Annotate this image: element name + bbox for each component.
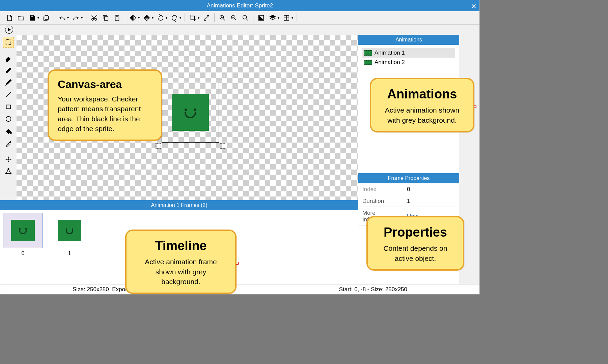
new-file-icon[interactable] [4, 13, 15, 23]
zoom-out-icon[interactable] [229, 13, 239, 23]
svg-point-16 [8, 169, 9, 170]
svg-point-8 [243, 15, 247, 19]
callout-body: Your workspace. Checker pattern means tr… [58, 94, 152, 134]
brush-tool[interactable] [3, 77, 14, 88]
svg-rect-11 [6, 40, 11, 45]
mask-icon[interactable] [256, 13, 266, 23]
svg-point-17 [6, 173, 7, 174]
svg-point-15 [8, 159, 9, 160]
pencil-tool[interactable] [3, 65, 14, 76]
svg-point-13 [6, 117, 11, 122]
film-strip-icon [364, 50, 372, 56]
animation-list-item[interactable]: Animation 1 [362, 48, 455, 58]
close-icon[interactable]: ✕ [471, 2, 477, 10]
frame-properties-header: Frame Properties [358, 173, 459, 183]
top-toolbar: ▾ ▾ ▾ ▾ ▾ ▾ ▾ ▾ ▾ ▾ [0, 11, 479, 25]
callout-canvas: Canvas-area Your workspace. Checker patt… [48, 69, 162, 141]
save-dropdown-icon[interactable]: ▾ [37, 16, 39, 20]
undo-icon[interactable] [57, 13, 67, 23]
animation-label: Animation 1 [375, 50, 405, 56]
rectangle-select-tool[interactable] [3, 37, 14, 48]
window-title: Animations Editor: Sprite2 [207, 2, 273, 9]
layers-dropdown-icon[interactable]: ▾ [278, 16, 279, 20]
status-start: Start: 0, -8 - Size: 250x250 [339, 286, 407, 293]
play-icon[interactable] [5, 26, 13, 34]
svg-rect-3 [104, 17, 108, 20]
clone-page-icon[interactable] [41, 13, 51, 23]
callout-properties: Properties Content depends on active obj… [366, 216, 464, 271]
open-folder-icon[interactable] [16, 13, 26, 23]
save-icon[interactable] [27, 13, 37, 23]
frame-label: 0 [21, 250, 24, 257]
prop-value: 0 [404, 184, 459, 195]
undo-dropdown-icon[interactable]: ▾ [67, 16, 69, 20]
callout-body: Active animation shown with grey backgro… [380, 105, 464, 125]
resize-icon[interactable] [201, 13, 212, 23]
eraser-tool[interactable] [3, 53, 14, 64]
cut-icon[interactable] [89, 13, 99, 23]
animation-list-item[interactable]: Animation 2 [362, 58, 455, 67]
line-tool[interactable] [3, 89, 14, 100]
paste-icon[interactable] [112, 13, 122, 23]
callout-body: Active animation frame shown with grey b… [135, 257, 226, 286]
rotate-cw-icon[interactable] [169, 13, 179, 23]
crop-icon[interactable] [188, 13, 198, 23]
origin-tool[interactable] [3, 154, 14, 165]
status-bar: Size: 250x250 Export Format: PNG Start: … [0, 284, 479, 294]
zoom-in-icon[interactable] [217, 13, 227, 23]
callout-body: Content depends on active object. [377, 243, 454, 263]
selection-handle-br[interactable] [220, 143, 225, 149]
callout-title: Properties [377, 223, 454, 241]
timeline-header: Animation 1 Frames (2) [0, 200, 358, 210]
callout-animations: Animations Active animation shown with g… [370, 78, 474, 132]
rotate-ccw-icon[interactable] [156, 13, 166, 23]
callout-timeline: Timeline Active animation frame shown wi… [125, 230, 237, 294]
fill-tool[interactable] [3, 126, 14, 136]
side-tool-column [0, 35, 17, 200]
svg-point-14 [10, 132, 12, 134]
sprite-bounds[interactable] [162, 82, 219, 143]
animations-panel-header: Animations [358, 35, 459, 45]
flip-v-dropdown-icon[interactable]: ▾ [152, 16, 154, 20]
timeline-frame-1[interactable]: 1 [50, 213, 89, 257]
flip-horizontal-icon[interactable] [128, 13, 138, 23]
circle-tool[interactable] [3, 114, 14, 124]
sprite-face [172, 94, 209, 131]
selection-handle-bl[interactable] [156, 143, 161, 149]
copy-icon[interactable] [101, 13, 111, 23]
callout-title: Canvas-area [58, 77, 152, 92]
status-size: Size: 250x250 [73, 286, 109, 293]
prop-value[interactable]: 1 [404, 196, 459, 207]
title-bar: Animations Editor: Sprite2 ✕ [0, 0, 479, 11]
grid-icon[interactable] [281, 13, 292, 23]
animation-label: Animation 2 [375, 59, 405, 66]
prop-label: Duration [359, 196, 403, 207]
zoom-fit-icon[interactable] [240, 13, 250, 23]
animations-editor-window: Animations Editor: Sprite2 ✕ ▾ ▾ ▾ ▾ ▾ ▾… [0, 0, 480, 295]
layers-icon[interactable] [268, 13, 278, 23]
rotate-cw-dropdown-icon[interactable]: ▾ [179, 16, 181, 20]
grid-dropdown-icon[interactable]: ▾ [292, 16, 293, 20]
redo-icon[interactable] [71, 13, 81, 23]
flip-vertical-icon[interactable] [142, 13, 152, 23]
prop-label: Index [359, 184, 403, 195]
svg-rect-12 [6, 105, 11, 109]
film-strip-icon [364, 60, 372, 65]
collision-polygon-tool[interactable] [3, 166, 14, 177]
callout-title: Timeline [135, 237, 226, 255]
svg-point-18 [10, 173, 11, 174]
frame-label: 1 [68, 250, 71, 257]
callout-title: Animations [380, 85, 464, 103]
rectangle-tool[interactable] [3, 101, 14, 112]
redo-dropdown-icon[interactable]: ▾ [81, 16, 83, 20]
svg-rect-0 [31, 15, 33, 17]
timeline-frame-0[interactable]: 0 [3, 213, 43, 257]
crop-dropdown-icon[interactable]: ▾ [198, 16, 199, 20]
selection-handle-tr[interactable] [220, 76, 225, 81]
eyedropper-tool[interactable] [3, 138, 14, 149]
rotate-ccw-dropdown-icon[interactable]: ▾ [166, 16, 167, 20]
play-row [0, 25, 479, 35]
flip-h-dropdown-icon[interactable]: ▾ [138, 16, 140, 20]
